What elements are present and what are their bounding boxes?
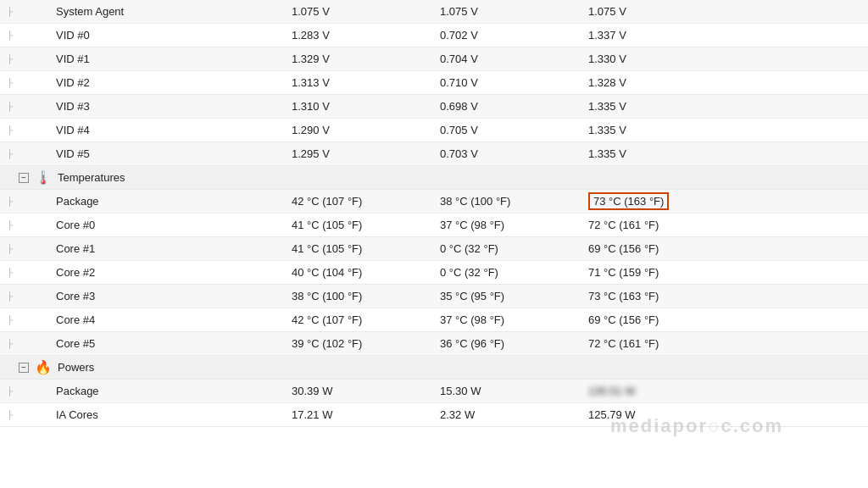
- row-value2: 37 °C (98 °F): [437, 219, 585, 231]
- row-value1: 40 °C (104 °F): [288, 266, 437, 279]
- row-label: Core #3: [56, 290, 95, 302]
- row-value2: 15.30 W: [437, 385, 585, 397]
- row-value1: 1.310 V: [288, 100, 437, 113]
- row-label: VID #1: [56, 53, 90, 65]
- table-row: ├ Core #3 38 °C (100 °F)35 °C (95 °F)73 …: [0, 285, 868, 308]
- row-value1: 39 °C (102 °F): [288, 337, 437, 350]
- row-value1: 1.283 V: [288, 29, 437, 42]
- row-label: System Agent: [56, 5, 124, 18]
- row-value3: 1.075 V: [585, 5, 754, 18]
- row-name: ├ Core #2: [0, 266, 288, 279]
- row-value1: 17.21 W: [288, 408, 437, 421]
- row-value1: 30.39 W: [288, 385, 437, 397]
- row-name: ├ Core #5: [0, 337, 288, 350]
- row-value3: 73 °C (163 °F): [585, 192, 754, 210]
- row-value1: 41 °C (105 °F): [288, 242, 437, 255]
- row-name: − 🔥 Powers: [0, 359, 288, 375]
- table-row: ├ VID #2 1.313 V0.710 V1.328 V: [0, 71, 868, 95]
- table-row: − 🔥 Powers: [0, 356, 868, 380]
- row-value1: 42 °C (107 °F): [288, 195, 437, 208]
- row-name: − 🌡️ Temperatures: [0, 169, 288, 186]
- row-value2: 0 °C (32 °F): [437, 266, 585, 279]
- row-name: ├ Core #0: [0, 219, 288, 231]
- row-value3: 1.337 V: [585, 29, 754, 42]
- row-value3: 71 °C (159 °F): [585, 266, 754, 279]
- row-name: ├ Package: [0, 385, 288, 397]
- table-row: ├ VID #1 1.329 V0.704 V1.330 V: [0, 47, 868, 71]
- row-label: Core #4: [56, 313, 95, 326]
- table-row: − 🌡️ Temperatures: [0, 166, 868, 190]
- highlighted-value: 73 °C (163 °F): [588, 192, 669, 210]
- row-name: ├ IA Cores: [0, 408, 288, 421]
- row-value3: 73 °C (163 °F): [585, 290, 754, 302]
- row-value3: 1.328 V: [585, 76, 754, 89]
- row-label: Package: [56, 195, 99, 208]
- row-value1: 1.075 V: [288, 5, 437, 18]
- row-label: Core #0: [56, 219, 95, 231]
- row-name: ├ VID #0: [0, 29, 288, 42]
- row-value1: 1.295 V: [288, 147, 437, 160]
- row-value2: 0.698 V: [437, 100, 585, 113]
- table-row: ├ VID #0 1.283 V0.702 V1.337 V: [0, 24, 868, 47]
- row-value1: 38 °C (100 °F): [288, 290, 437, 302]
- row-name: ├ Core #1: [0, 242, 288, 255]
- row-name: ├ System Agent: [0, 5, 288, 18]
- section-icon: 🌡️: [35, 169, 52, 186]
- row-label: IA Cores: [56, 408, 98, 421]
- row-label: VID #5: [56, 147, 90, 160]
- table-row: ├ VID #3 1.310 V0.698 V1.335 V: [0, 95, 868, 119]
- row-value3: 1.330 V: [585, 53, 754, 65]
- sensor-table: ├ System Agent 1.075 V1.075 V1.075 V ├ V…: [0, 0, 868, 488]
- row-value2: 2.32 W: [437, 408, 585, 421]
- table-row: ├ Core #4 42 °C (107 °F)37 °C (98 °F)69 …: [0, 308, 868, 332]
- row-label: VID #4: [56, 124, 90, 136]
- row-value2: 38 °C (100 °F): [437, 195, 585, 208]
- row-name: ├ Core #4: [0, 313, 288, 326]
- expand-icon[interactable]: −: [19, 173, 29, 183]
- row-value1: 1.329 V: [288, 53, 437, 65]
- row-label: Core #2: [56, 266, 95, 279]
- row-value2: 0.702 V: [437, 29, 585, 42]
- row-name: ├ VID #2: [0, 76, 288, 89]
- row-value2: 0 °C (32 °F): [437, 242, 585, 255]
- row-label: Core #5: [56, 337, 95, 350]
- row-name: ├ VID #3: [0, 100, 288, 113]
- row-value1: 41 °C (105 °F): [288, 219, 437, 231]
- row-label: VID #2: [56, 76, 90, 89]
- row-value3: 1.335 V: [585, 124, 754, 136]
- row-value3: 125.79 W: [585, 408, 754, 421]
- row-name: ├ VID #1: [0, 53, 288, 65]
- row-value3: 72 °C (161 °F): [585, 219, 754, 231]
- table-row: ├ Core #0 41 °C (105 °F)37 °C (98 °F)72 …: [0, 214, 868, 237]
- row-label: VID #3: [56, 100, 90, 113]
- table-row: ├ Core #1 41 °C (105 °F)0 °C (32 °F)69 °…: [0, 237, 868, 261]
- row-value2: 36 °C (96 °F): [437, 337, 585, 350]
- row-name: ├ VID #4: [0, 124, 288, 136]
- row-label: Package: [56, 385, 99, 397]
- row-value2: 0.710 V: [437, 76, 585, 89]
- table-row: ├ IA Cores 17.21 W2.32 W125.79 W: [0, 403, 868, 427]
- row-value2: 1.075 V: [437, 5, 585, 18]
- row-value3: 72 °C (161 °F): [585, 337, 754, 350]
- table-row: ├ Package 30.39 W15.30 W135.51 W: [0, 380, 868, 403]
- expand-icon[interactable]: −: [19, 363, 29, 373]
- row-value3: 1.335 V: [585, 147, 754, 160]
- row-name: ├ Package: [0, 195, 288, 208]
- table-row: ├ Package 42 °C (107 °F)38 °C (100 °F)73…: [0, 190, 868, 214]
- row-name: ├ VID #5: [0, 147, 288, 160]
- row-value2: 0.704 V: [437, 53, 585, 65]
- row-value1: 1.313 V: [288, 76, 437, 89]
- row-value1: 42 °C (107 °F): [288, 313, 437, 326]
- row-value1: 1.290 V: [288, 124, 437, 136]
- row-value2: 37 °C (98 °F): [437, 313, 585, 326]
- section-label: Powers: [58, 361, 94, 374]
- row-name: ├ Core #3: [0, 290, 288, 302]
- row-value2: 0.703 V: [437, 147, 585, 160]
- row-label: Core #1: [56, 242, 95, 255]
- row-label: VID #0: [56, 29, 90, 42]
- table-row: ├ VID #5 1.295 V0.703 V1.335 V: [0, 142, 868, 166]
- row-value2: 35 °C (95 °F): [437, 290, 585, 302]
- row-value3: 69 °C (156 °F): [585, 242, 754, 255]
- section-label: Temperatures: [58, 171, 125, 184]
- row-value2: 0.705 V: [437, 124, 585, 136]
